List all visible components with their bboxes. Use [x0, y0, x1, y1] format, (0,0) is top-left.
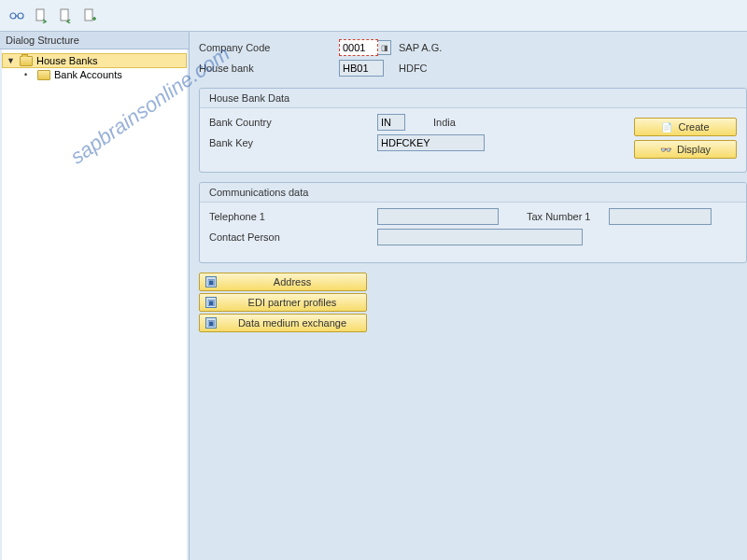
communications-title: Communications data [200, 183, 746, 203]
house-bank-data-group: House Bank Data Bank Country India Bank … [199, 88, 747, 173]
tree-item-house-banks[interactable]: ▼ House Banks [2, 53, 187, 68]
telephone1-input[interactable] [377, 208, 499, 225]
dialog-structure-title: Dialog Structure [0, 32, 189, 49]
folder-open-icon [20, 56, 33, 66]
bank-country-input[interactable] [377, 114, 405, 131]
company-code-input[interactable] [339, 39, 378, 56]
toolbar [0, 0, 747, 32]
expand-icon: ▣ [205, 317, 217, 329]
expand-icon: ▣ [205, 297, 217, 308]
address-button-label: Address [224, 276, 360, 287]
contact-person-label: Contact Person [209, 231, 377, 243]
company-code-desc: SAP A.G. [399, 42, 442, 53]
expand-arrow-icon[interactable]: ▼ [7, 56, 16, 65]
create-button[interactable]: 📄 Create [634, 118, 737, 136]
bullet-icon: • [24, 70, 34, 79]
bank-key-label: Bank Key [209, 137, 377, 148]
svg-rect-4 [61, 9, 68, 21]
glasses-icon[interactable] [9, 8, 24, 23]
svg-rect-3 [36, 9, 44, 21]
dme-button-label: Data medium exchange [224, 317, 360, 329]
document-import-icon[interactable] [58, 8, 73, 23]
dialog-structure-panel: Dialog Structure ▼ House Banks • Bank Ac… [0, 32, 190, 560]
header-fields: Company Code ◨ SAP A.G. House bank HDFC [199, 39, 747, 77]
create-button-label: Create [678, 121, 709, 133]
edi-partner-profiles-button[interactable]: ▣ EDI partner profiles [199, 293, 367, 312]
svg-point-0 [10, 13, 16, 19]
telephone1-label: Telephone 1 [209, 211, 377, 222]
data-medium-exchange-button[interactable]: ▣ Data medium exchange [199, 314, 367, 332]
svg-rect-5 [85, 9, 92, 21]
tree-item-label: Bank Accounts [54, 69, 122, 80]
tree-item-label: House Banks [36, 55, 97, 66]
dialog-structure-tree: ▼ House Banks • Bank Accounts [2, 49, 187, 560]
address-button[interactable]: ▣ Address [199, 273, 367, 291]
bank-key-input[interactable] [377, 134, 485, 151]
company-code-label: Company Code [199, 42, 339, 53]
svg-point-1 [18, 13, 23, 19]
glasses-icon: 👓 [660, 144, 671, 155]
tax-number1-input[interactable] [609, 208, 712, 225]
house-bank-data-title: House Bank Data [200, 89, 746, 108]
f4-help-icon[interactable]: ◨ [378, 40, 391, 55]
display-button[interactable]: 👓 Display [634, 140, 737, 159]
house-bank-label: House bank [199, 63, 339, 74]
expand-icon: ▣ [205, 276, 217, 287]
house-bank-input[interactable] [339, 60, 384, 77]
action-buttons: ▣ Address ▣ EDI partner profiles ▣ Data … [199, 273, 367, 332]
document-export-icon[interactable] [34, 8, 49, 23]
document-new-icon: 📄 [661, 121, 672, 133]
folder-icon [37, 70, 50, 80]
document-plus-icon[interactable] [82, 8, 97, 23]
tree-item-bank-accounts[interactable]: • Bank Accounts [2, 68, 187, 81]
display-button-label: Display [677, 144, 711, 155]
tax-number1-label: Tax Number 1 [527, 211, 590, 222]
house-bank-desc: HDFC [399, 63, 428, 74]
content-panel: Company Code ◨ SAP A.G. House bank HDFC … [190, 32, 747, 560]
edi-button-label: EDI partner profiles [224, 297, 360, 308]
contact-person-input[interactable] [377, 229, 583, 245]
bank-country-label: Bank Country [209, 117, 377, 128]
communications-group: Communications data Telephone 1 Tax Numb… [199, 182, 747, 263]
bank-country-desc: India [433, 117, 456, 128]
